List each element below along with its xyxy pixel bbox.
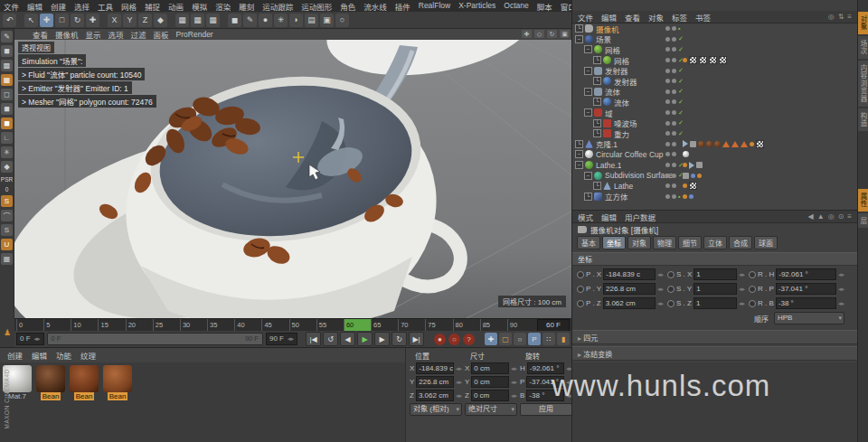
tick-75[interactable]: 75: [425, 319, 452, 331]
enabled-check-icon[interactable]: ✓: [678, 130, 684, 137]
tag-tri-icon[interactable]: [722, 141, 730, 147]
render-dot[interactable]: [672, 89, 676, 94]
tick-20[interactable]: 20: [126, 319, 153, 331]
menu-捕捉[interactable]: 捕捉: [145, 1, 160, 12]
tree-item[interactable]: −流体✓: [572, 87, 857, 98]
coord-system-icon[interactable]: ◆: [154, 14, 167, 27]
om-menu-对象[interactable]: 对象: [648, 12, 664, 23]
tick-40[interactable]: 40: [234, 319, 261, 331]
tick-25[interactable]: 25: [153, 319, 180, 331]
scale-tool-icon[interactable]: □: [55, 14, 69, 27]
tree-item[interactable]: └立方体▪: [572, 192, 857, 202]
tag-arr-icon[interactable]: [689, 162, 694, 169]
menu-创建[interactable]: 创建: [51, 1, 66, 12]
toggle-view-icon[interactable]: ▣: [560, 30, 570, 38]
stepper-icon[interactable]: ◂▸: [456, 392, 462, 400]
om-menu-书签[interactable]: 书签: [695, 12, 711, 23]
menu-网格[interactable]: 网格: [121, 1, 137, 12]
editor-dot[interactable]: [665, 58, 670, 62]
visibility-toggles[interactable]: ▪: [665, 25, 680, 32]
menu-RealFlow[interactable]: RealFlow: [419, 1, 450, 12]
expander-icon[interactable]: −: [584, 45, 592, 53]
stepper-icon[interactable]: ◂▸: [657, 286, 664, 293]
enabled-check-icon[interactable]: ✓: [678, 46, 684, 53]
tick-5[interactable]: 5: [43, 319, 71, 331]
record-rotation-toggle[interactable]: ○: [514, 333, 526, 345]
tag-arr-icon[interactable]: [683, 140, 688, 147]
environment-icon[interactable]: ◗: [289, 14, 303, 27]
position-field[interactable]: P . Z3.062 cm◂▸: [577, 297, 664, 309]
render-dot[interactable]: [672, 174, 676, 178]
record-position-toggle[interactable]: ✚: [485, 333, 497, 345]
keyframe-dot[interactable]: [667, 286, 675, 293]
tick-80[interactable]: 80: [453, 319, 480, 331]
polygon-group-icon[interactable]: ◼: [1, 118, 13, 129]
am-search-icon[interactable]: ◎: [828, 212, 835, 221]
playback-mode-toggle[interactable]: ▮: [557, 333, 570, 345]
lock-grid-icon[interactable]: ▦: [1, 253, 13, 265]
light-tool-icon[interactable]: ○: [335, 14, 349, 27]
editor-dot[interactable]: [665, 99, 670, 104]
tree-item[interactable]: └网格✓: [572, 55, 857, 66]
render-dot[interactable]: [672, 110, 676, 115]
order-combo[interactable]: HPB: [774, 312, 844, 324]
autokey-button[interactable]: ○: [448, 334, 460, 345]
material-menu-功能[interactable]: 功能: [56, 350, 71, 361]
tab-对象[interactable]: 对象: [627, 236, 651, 249]
tab-细节[interactable]: 细节: [678, 236, 702, 249]
panel-tab-属性[interactable]: 属性: [858, 189, 868, 212]
record-parameter-toggle[interactable]: P: [528, 333, 541, 345]
keyframe-dot[interactable]: [749, 286, 756, 293]
tab-物理[interactable]: 物理: [653, 236, 676, 249]
menu-选择[interactable]: 选择: [74, 1, 90, 12]
rotation-field[interactable]: R . B-38 °◂▸: [749, 297, 844, 309]
om-path-icon[interactable]: ⇅: [838, 13, 844, 21]
render-dot[interactable]: [672, 152, 676, 156]
tag-bdot-icon[interactable]: [691, 174, 695, 178]
goto-end-button[interactable]: ▶|: [409, 332, 424, 346]
visibility-toggles[interactable]: ✓: [665, 162, 684, 169]
visibility-toggles[interactable]: ✓: [665, 109, 684, 117]
size-value[interactable]: 0 cm: [471, 362, 509, 374]
panel-tab-内容浏览器[interactable]: 内容浏览器: [858, 61, 868, 107]
menu-运动跟踪[interactable]: 运动跟踪: [262, 1, 293, 12]
coordinates-section-header[interactable]: 坐标: [572, 252, 857, 266]
rotation-value[interactable]: -92.061 °: [776, 268, 836, 280]
enabled-check-icon[interactable]: ✓: [678, 67, 684, 74]
stepper-icon[interactable]: ◂▸: [838, 300, 844, 307]
rotation-value[interactable]: -37.041 °: [776, 283, 836, 295]
editor-dot[interactable]: [665, 79, 670, 83]
render-dot[interactable]: [672, 121, 676, 126]
zoom-view-icon[interactable]: ◇: [534, 30, 544, 38]
editor-dot[interactable]: [665, 183, 670, 188]
editor-dot[interactable]: [665, 131, 670, 136]
tab-合成[interactable]: 合成: [729, 236, 752, 249]
timeline-ticks[interactable]: 051015202530354045505560657075808590: [16, 319, 534, 331]
tag-odot-icon[interactable]: [683, 163, 687, 167]
position-value[interactable]: 3.062 cm: [416, 390, 454, 401]
om-menu-编辑[interactable]: 编辑: [601, 12, 617, 23]
tick-15[interactable]: 15: [98, 319, 125, 331]
loop-button[interactable]: ↻: [392, 332, 407, 346]
position-value[interactable]: 226.8 cm: [416, 376, 454, 388]
visibility-toggles[interactable]: ✓: [665, 46, 684, 53]
am-menu-用户数据[interactable]: 用户数据: [625, 212, 656, 222]
stepper-icon[interactable]: ◂▸: [456, 365, 462, 372]
render-dot[interactable]: [672, 47, 676, 52]
menu-脚本[interactable]: 脚本: [537, 1, 552, 12]
stepper-icon[interactable]: ◂▸: [838, 286, 844, 293]
tag-tri-icon[interactable]: [741, 141, 748, 147]
tick-10[interactable]: 10: [71, 319, 98, 331]
workplane-icon[interactable]: ◆: [1, 161, 13, 173]
tree-item[interactable]: −Lathe.1✓: [572, 160, 857, 171]
editor-dot[interactable]: [665, 163, 670, 167]
timeline-ruler[interactable]: 051015202530354045505560657075808590 60 …: [14, 318, 571, 331]
tree-item[interactable]: └重力✓: [572, 128, 857, 139]
tree-item[interactable]: −Circular Coffee Cup: [572, 149, 857, 160]
tab-立体[interactable]: 立体: [703, 236, 727, 249]
tab-基本[interactable]: 基本: [577, 236, 600, 249]
panel-tab-构造[interactable]: 构造: [858, 108, 868, 131]
position-value[interactable]: 226.8 cm: [603, 283, 656, 295]
tree-item[interactable]: −Subdivision Surface✓: [572, 170, 857, 181]
zero-label[interactable]: 0: [1, 185, 13, 193]
